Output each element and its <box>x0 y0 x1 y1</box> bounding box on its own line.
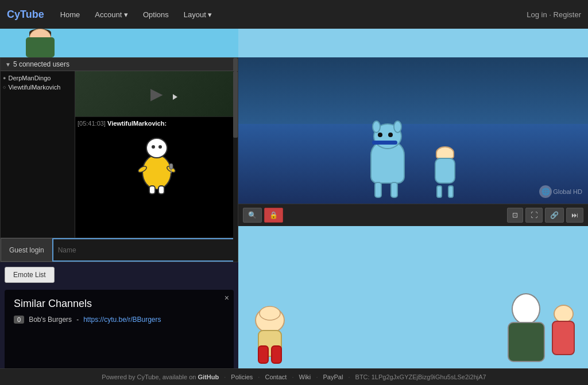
chat-message: [05:41:03] ViewtifulMarkovich: <box>78 119 235 128</box>
brand-logo[interactable]: CyTube <box>7 9 44 21</box>
svg-point-0 <box>142 155 171 189</box>
small-character <box>431 146 459 198</box>
small-body <box>435 158 455 184</box>
message-username: ViewtifulMarkovich: <box>107 120 167 127</box>
fit-screen-button[interactable]: ⊡ <box>507 208 523 223</box>
video-controls-left: 🔍 🔒 <box>243 208 283 223</box>
similar-channels-title: Similar Channels <box>14 298 225 310</box>
top-cartoon-strip <box>0 29 238 57</box>
channel-count: 0 <box>14 316 24 324</box>
username-2: ViewtifulMarkovich <box>8 84 60 91</box>
dog-leg-left <box>374 182 382 198</box>
cartoon-background <box>238 226 588 386</box>
emote-list-button[interactable]: Emote List <box>5 267 55 283</box>
svg-point-2 <box>152 145 155 149</box>
below-video-area <box>238 226 588 386</box>
skip-button[interactable]: ⏭ <box>566 208 583 223</box>
main-container: ▼ 5 connected users ● DerpManDingo ○ Vie… <box>0 29 588 385</box>
connected-users-count: 5 connected users <box>13 60 69 68</box>
user-icon-1: ● <box>3 75 6 81</box>
nav-links: Home Account Options Layout <box>53 10 527 19</box>
video-characters <box>238 92 588 203</box>
emote-gif-container <box>78 129 235 198</box>
small-leg-left <box>436 185 442 198</box>
dog-eye-right <box>388 133 393 137</box>
register-link[interactable]: Register <box>554 10 581 19</box>
video-container: 🌐 Global HD <box>238 44 588 204</box>
login-link[interactable]: Log in <box>527 10 547 19</box>
message-timestamp: [05:41:03] <box>78 120 106 127</box>
chat-scrollbar[interactable] <box>233 71 238 238</box>
dog-collar <box>372 141 397 145</box>
svg-rect-8 <box>169 164 173 169</box>
footer-sep-1: · <box>224 374 226 380</box>
footer-text: Powered by CyTube, available on <box>102 374 196 380</box>
dog-character <box>368 118 419 198</box>
login-area: Guest login <box>1 238 238 262</box>
user-list-header: ▼ 5 connected users <box>1 58 238 71</box>
video-watermark: 🌐 Global HD <box>539 185 582 198</box>
name-input[interactable] <box>52 238 238 262</box>
video-frame: 🌐 Global HD <box>238 44 588 204</box>
nav-account[interactable]: Account <box>88 7 135 22</box>
channel-separator: - <box>76 316 79 324</box>
svg-point-1 <box>146 138 167 158</box>
banana-emote <box>134 132 180 195</box>
nav-auth: Log in · Register <box>527 10 581 19</box>
svg-point-11 <box>260 306 280 320</box>
list-item: ○ ViewtifulMarkovich <box>3 83 72 92</box>
svg-rect-5 <box>158 186 164 194</box>
nav-home[interactable]: Home <box>53 7 87 22</box>
user-list-container: ▼ 5 connected users ● DerpManDingo ○ Vie… <box>0 57 238 262</box>
left-panel: ▼ 5 connected users ● DerpManDingo ○ Vie… <box>0 29 238 385</box>
navbar: CyTube Home Account Options Layout Log i… <box>0 0 588 29</box>
bg-char-meg-body <box>552 321 575 355</box>
dog-eye-left <box>378 133 382 137</box>
fullscreen-button[interactable]: ⛶ <box>525 208 543 223</box>
footer-wiki-link[interactable]: Wiki <box>299 374 311 380</box>
dog-leg-right <box>390 182 398 198</box>
top-cartoon-strip-right <box>238 29 588 57</box>
svg-point-3 <box>158 145 162 149</box>
bg-char-meg <box>551 305 577 368</box>
footer-sep-4: · <box>316 374 318 380</box>
footer-policies-link[interactable]: Policies <box>231 374 253 380</box>
footer-sep-3: · <box>292 374 293 380</box>
bg-char-large <box>506 293 546 368</box>
watermark-text: Global HD <box>553 188 582 195</box>
user-sidebar: ● DerpManDingo ○ ViewtifulMarkovich <box>1 71 75 238</box>
chat-area: ▶ [05:41:03] ViewtifulMarkovich: <box>75 71 238 238</box>
video-controls-bar: 🔍 🔒 ⊡ ⛶ 🔗 ⏭ <box>238 204 588 226</box>
video-controls-right: ⊡ ⛶ 🔗 ⏭ <box>507 208 583 223</box>
close-similar-channels-button[interactable]: × <box>225 293 229 302</box>
svg-rect-13 <box>258 346 268 363</box>
bg-characters <box>506 293 577 368</box>
channel-url-link[interactable]: https://cytu.be/r/BBurgers <box>83 316 161 324</box>
search-video-button[interactable]: 🔍 <box>243 208 262 223</box>
svg-rect-4 <box>149 186 155 194</box>
copy-link-button[interactable]: 🔗 <box>545 208 564 223</box>
collapse-arrow[interactable]: ▼ <box>5 61 11 68</box>
bg-char-head <box>512 293 540 325</box>
footer-github-link[interactable]: GitHub <box>198 374 219 380</box>
lock-button[interactable]: 🔒 <box>264 208 283 223</box>
cartoon-character-top <box>17 29 63 57</box>
footer-paypal-link[interactable]: PayPal <box>323 374 343 380</box>
nav-options[interactable]: Options <box>136 7 176 22</box>
nav-layout[interactable]: Layout <box>177 7 219 22</box>
dog-ear-left <box>372 120 381 133</box>
footer: Powered by CyTube, available on GitHub ·… <box>0 368 588 385</box>
guest-login-button[interactable]: Guest login <box>1 238 52 262</box>
bg-char-body <box>508 322 545 362</box>
watermark-globe-icon: 🌐 <box>539 185 552 198</box>
auth-separator: · <box>549 10 551 19</box>
small-leg-right <box>448 185 454 198</box>
bg-char-stewie <box>244 297 296 368</box>
footer-contact-link[interactable]: Contact <box>265 374 287 380</box>
footer-sep-5: · <box>348 374 350 380</box>
channel-name: Bob's Burgers <box>29 316 72 324</box>
username-1: DerpManDingo <box>8 75 51 81</box>
channel-item: 0 Bob's Burgers - https://cytu.be/r/BBur… <box>14 316 225 324</box>
chat-content: [05:41:03] ViewtifulMarkovich: <box>75 117 238 238</box>
chat-video-area: ● DerpManDingo ○ ViewtifulMarkovich <box>1 71 238 238</box>
